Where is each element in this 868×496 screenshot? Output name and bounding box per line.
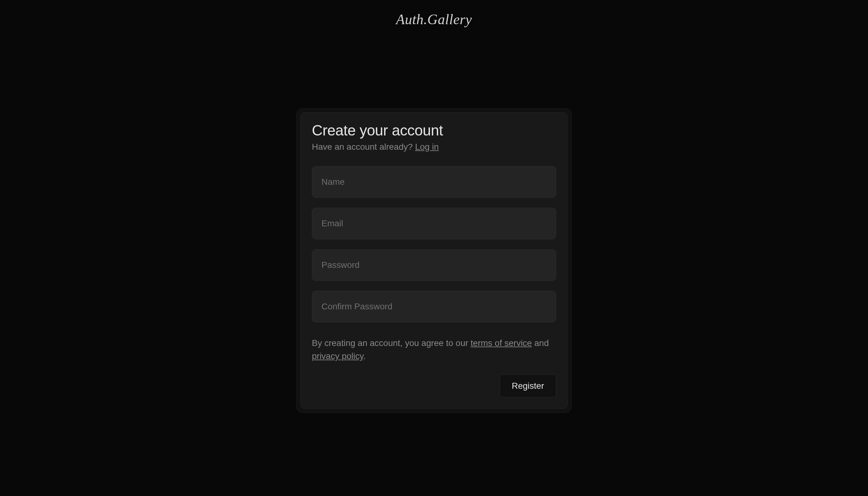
subtitle-prefix: Have an account already? <box>312 142 415 152</box>
page-container: Auth.Gallery Create your account Have an… <box>0 0 868 496</box>
name-input[interactable] <box>312 166 556 198</box>
password-input[interactable] <box>312 249 556 281</box>
button-row: Register <box>312 374 556 398</box>
privacy-link[interactable]: privacy policy <box>312 351 363 361</box>
agreement-prefix: By creating an account, you agree to our <box>312 338 470 348</box>
email-input[interactable] <box>312 208 556 239</box>
brand-title: Auth.Gallery <box>396 11 472 28</box>
card-title: Create your account <box>312 122 556 139</box>
agreement-text: By creating an account, you agree to our… <box>312 337 556 363</box>
terms-link[interactable]: terms of service <box>470 338 532 348</box>
login-link[interactable]: Log in <box>415 142 439 152</box>
signup-card-inner: Create your account Have an account alre… <box>300 112 568 409</box>
card-subtitle: Have an account already? Log in <box>312 142 556 152</box>
form-fields <box>312 166 556 322</box>
agreement-middle: and <box>532 338 549 348</box>
confirm-password-input[interactable] <box>312 291 556 322</box>
signup-card-outer: Create your account Have an account alre… <box>296 108 572 413</box>
register-button[interactable]: Register <box>500 374 556 398</box>
agreement-suffix: . <box>363 351 366 361</box>
